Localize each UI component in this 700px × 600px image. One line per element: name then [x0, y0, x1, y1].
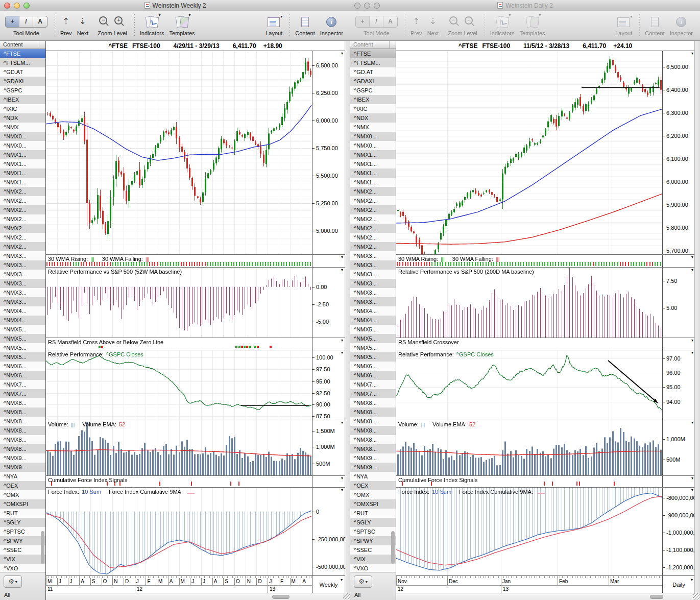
sidebar-item-symbol[interactable]: ^NMX7... — [0, 380, 45, 389]
rp-histogram-canvas[interactable] — [396, 268, 662, 338]
sidebar-item-symbol[interactable]: ^SSEC — [350, 545, 396, 555]
sidebar-item-symbol[interactable]: ^SPWY — [350, 536, 396, 545]
sidebar-item-symbol[interactable]: ^SGLY — [350, 518, 396, 527]
zoom-window-button[interactable] — [374, 3, 380, 9]
sidebar-item-symbol[interactable]: ^NMX3... — [0, 251, 45, 260]
sidebar-item-symbol[interactable]: ^NMX3... — [350, 279, 396, 288]
sidebar-item-symbol[interactable]: ^NMX3... — [350, 251, 396, 260]
sidebar-item-symbol[interactable]: ^SSEC — [0, 545, 45, 555]
sidebar-item-symbol[interactable]: ^NDX — [350, 113, 396, 123]
mansfield-axis-stub[interactable]: ▾ — [312, 338, 345, 350]
tool-crosshair-button[interactable]: + — [6, 16, 19, 27]
force-index-canvas[interactable] — [396, 488, 662, 575]
volume-axis[interactable]: ▾1,500M1,000M500M — [312, 420, 345, 475]
sidebar-item-symbol[interactable]: ^NMX2... — [350, 233, 396, 242]
sidebar-item-symbol[interactable]: ^NMX8... — [0, 398, 45, 407]
sidebar-item-symbol[interactable]: ^RUT — [350, 509, 396, 518]
sidebar-item-symbol[interactable]: ^NMX2... — [0, 205, 45, 214]
sidebar-item-symbol[interactable]: ^OMX — [350, 490, 396, 499]
inspector-button[interactable]: i Inspector — [670, 14, 693, 36]
sidebar-item-symbol[interactable]: ^NMX7... — [350, 389, 396, 398]
sidebar-item-symbol[interactable]: ^NYA — [350, 472, 396, 481]
sidebar-item-symbol[interactable]: ^NDX — [0, 113, 45, 123]
sidebar-item-symbol[interactable]: ^NMX3... — [0, 270, 45, 279]
sidebar-item-symbol[interactable]: ^NMX8... — [350, 435, 396, 444]
sidebar-item-symbol[interactable]: ^IBEX — [350, 95, 396, 104]
cfi-axis-stub[interactable]: ▾ — [662, 476, 695, 487]
sidebar-item-symbol[interactable]: ^NMX3... — [0, 260, 45, 270]
price-chart-canvas[interactable] — [396, 51, 662, 254]
sidebar-item-symbol[interactable]: ^NMX8... — [350, 426, 396, 435]
dropdown-caret-icon[interactable]: ▾ — [341, 268, 343, 272]
indicators-button[interactable]: ▾ Indicators — [140, 14, 164, 36]
dropdown-caret-icon[interactable]: ▾ — [691, 351, 693, 355]
sidebar-item-symbol[interactable]: ^NMX5... — [350, 334, 396, 343]
resize-grip[interactable] — [693, 593, 699, 599]
dropdown-caret-icon[interactable]: ▾ — [341, 339, 343, 343]
rp-histogram-axis[interactable]: ▾7.505.00 — [662, 268, 695, 338]
horizontal-scrollbar-thumb[interactable] — [272, 595, 289, 599]
sidebar-item-symbol[interactable]: ^NMX8... — [350, 444, 396, 453]
sidebar-scrollbar-thumb[interactable] — [391, 531, 395, 564]
sidebar-item-symbol[interactable]: ^NMX3... — [350, 288, 396, 297]
price-axis[interactable]: ▾6,500.006,400.006,300.006,200.006,100.0… — [662, 51, 695, 254]
sidebar-item-symbol[interactable]: ^RUT — [0, 509, 45, 518]
horizontal-scrollbar[interactable] — [46, 593, 350, 600]
dropdown-caret-icon[interactable]: ▾ — [691, 268, 693, 272]
zoom-out-button[interactable] — [99, 16, 107, 25]
zoom-in-button[interactable] — [465, 16, 473, 25]
rp-line-canvas[interactable] — [46, 350, 312, 420]
title-bar[interactable]: Weinstein Weekly 2 — [0, 0, 350, 11]
sidebar-item-symbol[interactable]: ^NMX8... — [350, 407, 396, 417]
dropdown-caret-icon[interactable]: ▾ — [691, 52, 693, 56]
vertical-scrollbar-track[interactable] — [694, 41, 700, 593]
sidebar-item-symbol[interactable]: ^NMX0... — [350, 132, 396, 141]
sidebar-header[interactable]: Content — [350, 41, 396, 49]
minimize-window-button[interactable] — [364, 3, 370, 9]
close-window-button[interactable] — [4, 3, 10, 9]
sidebar-item-symbol[interactable]: ^FTSEM... — [350, 58, 396, 67]
sidebar-item-symbol[interactable]: ^FTSEM... — [0, 58, 45, 67]
sidebar-item-symbol[interactable]: ^NMX4... — [350, 306, 396, 316]
sidebar-item-symbol[interactable]: ^NMX3... — [350, 270, 396, 279]
sidebar-item-symbol[interactable]: ^NMX2... — [0, 242, 45, 251]
sidebar-item-symbol[interactable]: ^NMX6... — [0, 371, 45, 380]
tool-trendline-button[interactable]: / — [19, 16, 33, 27]
volume-canvas[interactable] — [396, 420, 662, 475]
sidebar-item-symbol[interactable]: ^NMX5... — [0, 352, 45, 362]
sidebar-item-symbol[interactable]: ^IXIC — [0, 104, 45, 113]
volume-axis[interactable]: ▾1,000M500M — [662, 420, 695, 475]
sidebar-item-symbol[interactable]: ^GDAXI — [0, 77, 45, 86]
close-window-button[interactable] — [354, 3, 360, 9]
sidebar-item-symbol[interactable]: ^FTSE — [350, 49, 396, 58]
sidebar-item-symbol[interactable]: ^NMX2... — [350, 224, 396, 233]
sidebar-item-symbol[interactable]: ^NMX1... — [350, 169, 396, 178]
sidebar-item-symbol[interactable]: ^NMX2... — [0, 196, 45, 205]
sidebar-item-symbol[interactable]: ^NMX1... — [0, 169, 45, 178]
tool-trendline-button[interactable]: / — [370, 16, 383, 27]
vertical-scrollbar-track[interactable] — [345, 41, 350, 593]
sidebar-item-symbol[interactable]: ^NMX5... — [350, 352, 396, 362]
dropdown-caret-icon[interactable]: ▾ — [341, 421, 343, 425]
dropdown-caret-icon[interactable]: ▾ — [691, 421, 693, 425]
sidebar-item-symbol[interactable]: ^NMX — [0, 123, 45, 132]
sidebar-item-symbol[interactable]: ^NMX9... — [0, 463, 45, 472]
sidebar-item-symbol[interactable]: ^OMXSPI — [350, 499, 396, 509]
rp-line-canvas[interactable] — [396, 350, 662, 420]
sidebar-item-symbol[interactable]: ^OMXSPI — [0, 499, 45, 509]
minimize-window-button[interactable] — [14, 3, 20, 9]
sidebar-item-symbol[interactable]: ^NMX9... — [350, 463, 396, 472]
sidebar-item-symbol[interactable]: ^NMX4... — [350, 316, 396, 325]
content-button[interactable]: Content — [295, 14, 315, 36]
dropdown-caret-icon[interactable]: ▾ — [691, 255, 693, 259]
horizontal-scrollbar[interactable] — [396, 593, 700, 600]
price-axis[interactable]: ▾6,500.006,250.006,000.005,750.005,500.0… — [312, 51, 345, 254]
sidebar-item-symbol[interactable]: ^NMX8... — [0, 444, 45, 453]
dropdown-caret-icon[interactable]: ▾ — [341, 488, 343, 492]
sidebar-item-symbol[interactable]: ^NMX5... — [0, 343, 45, 352]
volume-canvas[interactable] — [46, 420, 312, 475]
sidebar-item-symbol[interactable]: ^NYA — [0, 472, 45, 481]
force-index-axis[interactable]: ▾-800,000,000-900,000,000-1,000,000,000-… — [662, 488, 695, 575]
sidebar-item-symbol[interactable]: ^NMX8... — [350, 398, 396, 407]
sidebar-item-symbol[interactable]: ^NMX8... — [350, 417, 396, 426]
